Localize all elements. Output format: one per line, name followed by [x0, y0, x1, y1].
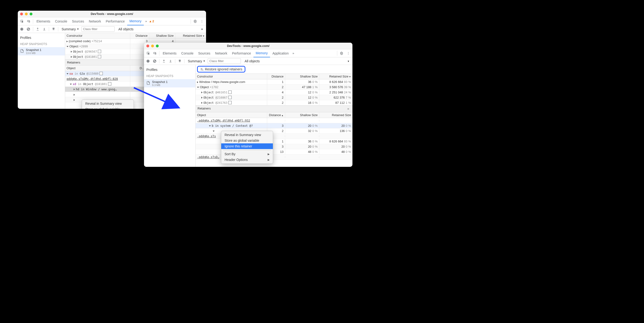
upload-icon[interactable] — [161, 58, 167, 64]
settings-icon[interactable] — [192, 18, 198, 25]
tab-elements[interactable]: Elements — [160, 49, 179, 57]
tab-network[interactable]: Network — [86, 17, 103, 25]
settings-icon[interactable] — [338, 50, 345, 57]
clear-icon[interactable] — [152, 58, 158, 64]
table-row[interactable]: ,qddgKe,sTsD… — [196, 155, 352, 160]
issues-badge[interactable]: ▲2 — [149, 20, 154, 23]
menu-store-global[interactable]: Store as global variable — [221, 138, 273, 143]
table-row[interactable]: Window / https://www.google.com 1 360 % … — [196, 79, 352, 85]
close-icon[interactable] — [146, 45, 149, 47]
scope-select[interactable]: All objects — [243, 59, 262, 63]
kebab-icon[interactable]: ⋮ — [198, 18, 205, 25]
scope-select[interactable]: All objects — [116, 27, 136, 31]
titlebar[interactable]: DevTools - www.google.com/ — [18, 11, 206, 17]
tab-memory[interactable]: Memory — [127, 17, 144, 25]
col-object[interactable]: Object — [196, 112, 267, 118]
scope-label: All objects — [118, 27, 134, 31]
col-shallow[interactable]: Shallow Size — [149, 33, 175, 38]
zoom-icon[interactable] — [156, 45, 159, 47]
tab-console[interactable]: Console — [179, 49, 196, 57]
close-icon[interactable] — [20, 13, 23, 16]
titlebar[interactable]: DevTools - www.google.com/ — [144, 43, 352, 49]
reveal-icon[interactable] — [98, 50, 101, 53]
col-shallow[interactable]: Shallow Size — [285, 74, 319, 79]
kebab-icon[interactable]: ⋮ — [345, 50, 352, 57]
tab-performance[interactable]: Performance — [230, 49, 253, 57]
tab-sources[interactable]: Sources — [196, 49, 213, 57]
view-select[interactable]: Summary▼ — [60, 27, 81, 31]
retainers-menu-icon[interactable]: ≡ — [346, 107, 350, 111]
more-tabs[interactable]: » — [291, 52, 296, 55]
restore-label: Restore ignored retainers — [205, 67, 242, 71]
table-row[interactable]: Object @461651 4 120 % 2 251 04824 % — [196, 90, 352, 95]
zoom-icon[interactable] — [30, 13, 32, 16]
table-row[interactable]: Object @216867 2 120 % 622 3767 % — [196, 95, 352, 100]
snapshot-item[interactable]: Snapshot 1 13.6 MB — [18, 47, 65, 56]
menu-store-global[interactable]: Store as global variable — [82, 106, 134, 109]
inspect-icon[interactable] — [19, 18, 25, 25]
table-row[interactable]: ,qddgKe,sTs — [196, 134, 352, 139]
upload-icon[interactable] — [34, 26, 41, 32]
heap-snapshots-label: HEAP SNAPSHOTS — [18, 42, 65, 47]
col-distance[interactable]: Distance — [130, 33, 149, 38]
tab-performance[interactable]: Performance — [103, 17, 127, 25]
record-icon[interactable] — [19, 26, 25, 32]
device-toggle-icon[interactable] — [25, 18, 32, 25]
view-select[interactable]: Summary▼ — [186, 59, 207, 63]
reveal-icon[interactable] — [108, 83, 111, 86]
scope-caret-icon[interactable]: ▼ — [201, 28, 203, 31]
tab-elements[interactable]: Elements — [34, 17, 52, 25]
table-row[interactable]: 13 480 % 480 % — [196, 149, 352, 155]
traffic-lights — [18, 13, 32, 16]
reveal-icon[interactable] — [229, 101, 232, 104]
table-row[interactable]: ,qddgKe,sTsDMc,dtl0hd,eHDfl:932 — [196, 118, 352, 123]
menu-reveal-summary[interactable]: Reveal in Summary view — [82, 101, 134, 106]
snapshot-name: Snapshot 1 — [152, 80, 168, 84]
download-icon[interactable] — [168, 58, 174, 64]
gc-icon[interactable] — [177, 58, 183, 64]
menu-sort-by[interactable]: Sort By▶ — [221, 151, 273, 157]
inspect-icon[interactable] — [145, 50, 152, 57]
download-icon[interactable] — [41, 26, 47, 32]
clear-icon[interactable] — [25, 26, 32, 32]
table-row[interactable]: 1 360 % 8 626 66493 % — [196, 139, 352, 144]
device-toggle-icon[interactable] — [152, 50, 158, 57]
scope-caret-icon[interactable]: ▼ — [347, 60, 350, 63]
col-distance[interactable]: Distance▲ — [267, 112, 285, 118]
reveal-icon[interactable] — [229, 96, 232, 99]
menu-reveal-summary[interactable]: Reveal in Summary view — [221, 132, 273, 138]
col-distance[interactable]: Distance — [267, 74, 285, 79]
col-object[interactable]: Object — [65, 65, 130, 71]
class-filter-input[interactable] — [82, 26, 115, 32]
col-retained[interactable]: Retained Size▼ — [319, 74, 352, 79]
reveal-icon[interactable] — [100, 72, 103, 75]
table-row[interactable]: b in system / Context @? 3 200 % 200 % — [196, 123, 352, 128]
table-row[interactable]: Object @241763 2 160 % 87 1121 % — [196, 100, 352, 105]
minimize-icon[interactable] — [151, 45, 154, 47]
class-filter-input[interactable] — [208, 58, 241, 64]
tab-network[interactable]: Network — [213, 49, 230, 57]
menu-header-options[interactable]: Header Options▶ — [221, 157, 273, 163]
minimize-icon[interactable] — [25, 13, 28, 16]
menu-ignore-retainer[interactable]: Ignore this retainer — [221, 143, 273, 149]
tab-console[interactable]: Console — [52, 17, 70, 25]
col-retained[interactable]: Retained Size — [319, 112, 352, 118]
col-constructor[interactable]: Constructor — [65, 33, 130, 38]
snapshot-item[interactable]: Snapshot 1 9.3 MB — [144, 79, 196, 88]
tab-memory[interactable]: Memory — [254, 49, 270, 57]
col-shallow[interactable]: Shallow Size — [285, 112, 319, 118]
table-row[interactable]: 2 320 % 1360 % — [196, 128, 352, 134]
col-constructor[interactable]: Constructor — [196, 74, 267, 79]
gc-icon[interactable] — [50, 26, 56, 32]
more-tabs[interactable]: » — [144, 20, 148, 23]
table-row[interactable]: Object×1782 2 47 1881 % 3 580 57639 % — [196, 85, 352, 90]
record-icon[interactable] — [145, 58, 151, 64]
reveal-icon[interactable] — [98, 56, 101, 58]
tab-sources[interactable]: Sources — [70, 17, 86, 25]
restore-ignored-retainers-button[interactable]: Restore ignored retainers — [197, 66, 246, 73]
table-row[interactable]: 3 200 % 200 % — [196, 144, 352, 149]
svg-rect-2 — [29, 21, 30, 22]
tab-application[interactable]: Application — [270, 49, 291, 57]
col-retained[interactable]: Retained Size▼ — [175, 33, 206, 38]
reveal-icon[interactable] — [229, 91, 232, 94]
